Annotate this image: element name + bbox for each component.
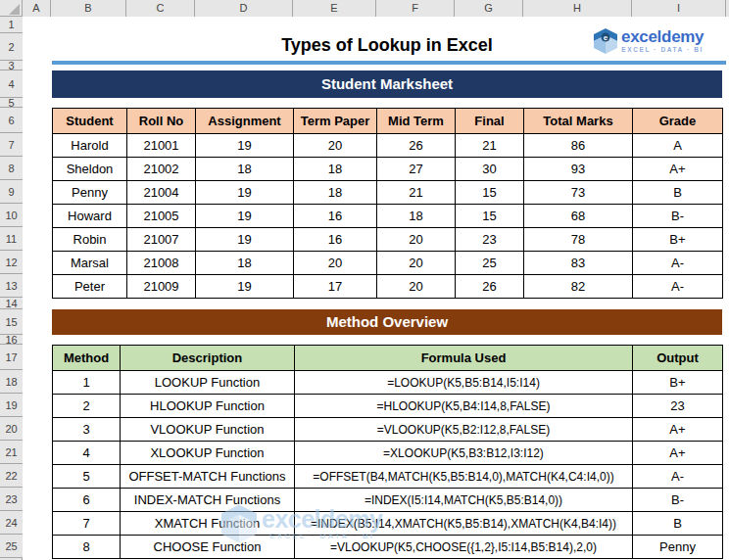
marksheet-cell[interactable]: 15 (456, 205, 524, 228)
methods-cell[interactable]: 3 (53, 418, 121, 442)
marksheet-cell[interactable]: 86 (524, 134, 633, 158)
methods-cell[interactable]: =HLOOKUP(K5,B4:I14,8,FALSE) (295, 395, 633, 418)
marksheet-cell[interactable]: 18 (294, 181, 377, 205)
column-header-B[interactable]: B (51, 0, 126, 17)
methods-cell[interactable]: B+ (633, 371, 723, 395)
row-header-16[interactable]: 16 (0, 335, 23, 345)
column-header-C[interactable]: C (126, 0, 195, 17)
marksheet-cell[interactable]: B (633, 181, 723, 205)
methods-cell[interactable]: 4 (53, 442, 121, 465)
marksheet-header-cell[interactable]: Final (456, 109, 524, 134)
marksheet-cell[interactable]: Penny (53, 181, 127, 205)
marksheet-cell[interactable]: 18 (294, 158, 377, 181)
methods-cell[interactable]: INDEX-MATCH Functions (121, 489, 295, 512)
marksheet-cell[interactable]: 73 (524, 181, 633, 205)
marksheet-cell[interactable]: Robin (53, 228, 127, 252)
methods-cell[interactable]: 2 (53, 395, 121, 418)
marksheet-cell[interactable]: A- (633, 252, 723, 275)
row-header-15[interactable]: 15 (0, 309, 23, 335)
methods-cell[interactable]: A- (633, 465, 723, 489)
methods-cell[interactable]: =INDEX(B5:I14,XMATCH(K5,B5:B14),XMATCH(K… (295, 512, 633, 536)
marksheet-cell[interactable]: 21009 (127, 275, 196, 299)
methods-cell[interactable]: VLOOKUP Function (121, 418, 295, 442)
marksheet-cell[interactable]: 16 (294, 228, 377, 252)
methods-cell[interactable]: A+ (633, 442, 723, 465)
row-header-20[interactable]: 20 (0, 417, 23, 441)
methods-cell[interactable]: HLOOKUP Function (121, 395, 295, 418)
methods-cell[interactable]: 8 (53, 536, 121, 559)
marksheet-cell[interactable]: 93 (524, 158, 633, 181)
column-header-F[interactable]: F (376, 0, 455, 17)
row-header-24[interactable]: 24 (0, 511, 23, 535)
marksheet-cell[interactable]: 20 (377, 275, 456, 299)
methods-cell[interactable]: XLOOKUP Function (121, 442, 295, 465)
column-header-H[interactable]: H (523, 0, 632, 17)
marksheet-cell[interactable]: Harold (53, 134, 127, 158)
marksheet-cell[interactable]: A+ (633, 158, 723, 181)
methods-cell[interactable]: =INDEX(I5:I14,MATCH(K5,B5:B14,0)) (295, 489, 633, 512)
methods-cell[interactable]: =OFFSET(B4,MATCH(K5,B5:B14,0),MATCH(K4,C… (295, 465, 633, 489)
marksheet-cell[interactable]: 18 (196, 252, 294, 275)
methods-cell[interactable]: Penny (633, 536, 723, 559)
marksheet-cell[interactable]: 21005 (127, 205, 196, 228)
marksheet-cell[interactable]: 20 (294, 134, 377, 158)
marksheet-cell[interactable]: 30 (456, 158, 524, 181)
methods-cell[interactable]: CHOOSE Function (121, 536, 295, 559)
marksheet-cell[interactable]: A (633, 134, 723, 158)
marksheet-cell[interactable]: 26 (377, 134, 456, 158)
marksheet-cell[interactable]: 68 (524, 205, 633, 228)
methods-cell[interactable]: 7 (53, 512, 121, 536)
methods-header-cell[interactable]: Formula Used (295, 346, 633, 371)
column-header-I[interactable]: I (632, 0, 726, 17)
methods-cell[interactable]: LOOKUP Function (121, 371, 295, 395)
methods-cell[interactable]: 5 (53, 465, 121, 489)
select-all-button[interactable] (0, 0, 23, 17)
marksheet-header-cell[interactable]: Total Marks (524, 109, 633, 134)
marksheet-cell[interactable]: 23 (456, 228, 524, 252)
marksheet-cell[interactable]: Peter (53, 275, 127, 299)
row-header-1[interactable]: 1 (0, 17, 23, 33)
marksheet-cell[interactable]: 21 (377, 181, 456, 205)
methods-cell[interactable]: =VLOOKUP(K5,B2:I12,8,FALSE) (295, 418, 633, 442)
marksheet-cell[interactable]: 18 (377, 205, 456, 228)
methods-cell[interactable]: =LOOKUP(K5,B5:B14,I5:I14) (295, 371, 633, 395)
marksheet-cell[interactable]: 19 (196, 275, 294, 299)
row-header-18[interactable]: 18 (0, 370, 23, 394)
marksheet-cell[interactable]: 21001 (127, 134, 196, 158)
row-header-8[interactable]: 8 (0, 157, 23, 180)
marksheet-cell[interactable]: 21007 (127, 228, 196, 252)
marksheet-cell[interactable]: 19 (196, 181, 294, 205)
methods-header-cell[interactable]: Method (53, 346, 121, 371)
row-header-12[interactable]: 12 (0, 251, 23, 274)
methods-cell[interactable]: =XLOOKUP(K5,B3:B12,I3:I12) (295, 442, 633, 465)
row-header-5[interactable]: 5 (0, 98, 23, 108)
row-header-3[interactable]: 3 (0, 61, 23, 70)
methods-header-cell[interactable]: Description (121, 346, 295, 371)
marksheet-cell[interactable]: 25 (456, 252, 524, 275)
methods-cell[interactable]: XMATCH Function (121, 512, 295, 536)
row-header-6[interactable]: 6 (0, 108, 23, 133)
marksheet-cell[interactable]: 21 (456, 134, 524, 158)
methods-header-cell[interactable]: Output (633, 346, 723, 371)
row-header-13[interactable]: 13 (0, 274, 23, 298)
methods-cell[interactable]: 23 (633, 395, 723, 418)
marksheet-cell[interactable]: Marsal (53, 252, 127, 275)
methods-cell[interactable]: A+ (633, 418, 723, 442)
marksheet-cell[interactable]: 18 (196, 158, 294, 181)
row-header-10[interactable]: 10 (0, 204, 23, 227)
methods-banner[interactable]: Method Overview (52, 309, 722, 335)
marksheet-cell[interactable]: 19 (196, 134, 294, 158)
methods-cell[interactable]: 1 (53, 371, 121, 395)
row-header-21[interactable]: 21 (0, 441, 23, 464)
row-header-19[interactable]: 19 (0, 394, 23, 417)
marksheet-cell[interactable]: 82 (524, 275, 633, 299)
methods-cell[interactable]: OFFSET-MATCH Functions (121, 465, 295, 489)
marksheet-header-cell[interactable]: Student (53, 109, 127, 134)
marksheet-cell[interactable]: B- (633, 205, 723, 228)
column-header-G[interactable]: G (455, 0, 523, 17)
marksheet-cell[interactable]: Howard (53, 205, 127, 228)
marksheet-cell[interactable]: 20 (377, 252, 456, 275)
marksheet-header-cell[interactable]: Grade (633, 109, 723, 134)
row-header-17[interactable]: 17 (0, 345, 23, 370)
methods-cell[interactable]: B- (633, 489, 723, 512)
